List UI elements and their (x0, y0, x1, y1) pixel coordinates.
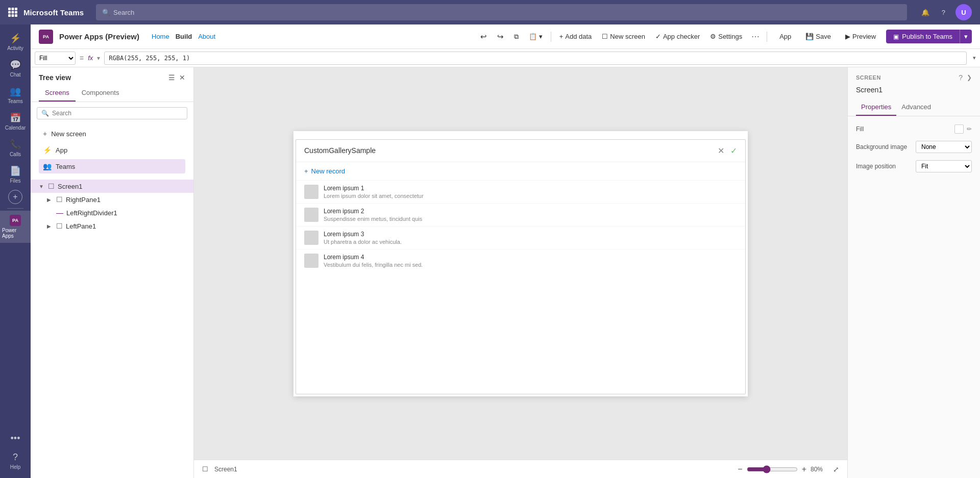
settings-button[interactable]: ⚙ Settings (706, 31, 746, 42)
background-image-select[interactable]: None (916, 141, 972, 153)
list-thumbnail-0 (304, 185, 318, 199)
fullscreen-icon[interactable]: ⤢ (833, 465, 839, 473)
add-apps-button[interactable]: + (8, 190, 22, 204)
list-item-2[interactable]: Lorem ipsum 3 Ut pharetra a dolor ac veh… (296, 226, 745, 249)
calendar-icon: 📅 (10, 112, 21, 123)
tab-screens[interactable]: Screens (39, 86, 76, 102)
app-button[interactable]: App (775, 31, 795, 42)
tree-item-leftpane1[interactable]: ▶ ☐ LeftPane1 (31, 219, 193, 233)
fx-chevron[interactable]: ▾ (97, 55, 100, 62)
sidebar-item-more[interactable]: ••• (0, 429, 31, 448)
sidebar-item-teams[interactable]: 👥 Teams (0, 82, 31, 108)
sidebar-item-help[interactable]: ? Help (0, 448, 31, 474)
tab-components[interactable]: Components (76, 86, 126, 102)
help-question-icon[interactable]: ? (959, 73, 963, 82)
sidebar-item-calendar[interactable]: 📅 Calendar (0, 108, 31, 135)
bottom-screen-name: Screen1 (214, 466, 237, 473)
avatar[interactable]: U (955, 4, 972, 20)
rightpane1-icon: ☐ (56, 195, 63, 204)
expand-arrow-rightpane1[interactable]: ▶ (47, 197, 53, 203)
publish-dropdown-button[interactable]: ▾ (960, 30, 972, 43)
new-screen-action[interactable]: + New screen (39, 127, 185, 141)
global-search[interactable]: 🔍 (96, 4, 907, 20)
tree-item-rightpane1[interactable]: ▶ ☐ RightPane1 (31, 193, 193, 206)
sidebar-item-files[interactable]: 📄 Files (0, 161, 31, 188)
undo-button[interactable]: ↩ (476, 30, 491, 43)
tab-advanced[interactable]: Advanced (896, 100, 936, 116)
tree-close-icon[interactable]: ✕ (179, 73, 185, 82)
list-item-desc-2: Ut pharetra a dolor ac vehicula. (324, 239, 402, 245)
canvas-frame[interactable]: CustomGallerySample ✕ ✓ + New record (293, 131, 748, 396)
list-item-0[interactable]: Lorem ipsum 1 Lorem ipsum dolor sit amet… (296, 180, 745, 203)
expand-arrow-leftpane1[interactable]: ▶ (47, 223, 53, 229)
right-panel-body: Fill ✏ Background image None (848, 116, 980, 478)
canvas-modal: CustomGallerySample ✕ ✓ + New record (296, 139, 746, 394)
sidebar-item-chat[interactable]: 💬 Chat (0, 55, 31, 82)
canvas-wrapper: CustomGallerySample ✕ ✓ + New record (194, 67, 847, 478)
tree-collapse-icon[interactable]: ☰ (168, 73, 175, 82)
expand-arrow-screen1[interactable]: ▼ (39, 184, 45, 189)
apps-grid-icon[interactable] (8, 8, 17, 17)
new-record-button[interactable]: + New record (296, 162, 745, 180)
svg-rect-4 (12, 11, 14, 14)
copy-button[interactable]: ⧉ (510, 31, 523, 43)
tab-properties[interactable]: Properties (856, 100, 896, 116)
add-data-button[interactable]: + Add data (555, 31, 596, 42)
left-navigation: ⚡ Activity 💬 Chat 👥 Teams 📅 Calendar 📞 C… (0, 24, 31, 478)
app-action[interactable]: ⚡ App (39, 143, 185, 157)
publish-button[interactable]: ▣ Publish to Teams (886, 30, 960, 43)
redo-button[interactable]: ↪ (493, 30, 508, 43)
formula-input[interactable] (104, 52, 967, 65)
toolbar-divider (551, 32, 551, 42)
calls-icon: 📞 (10, 139, 21, 150)
right-panel-chevron[interactable]: ❯ (967, 74, 972, 81)
image-position-select[interactable]: Fit (916, 160, 972, 172)
formula-expand-chevron[interactable]: ▾ (973, 55, 976, 61)
tree-search-input[interactable] (52, 110, 183, 117)
save-button[interactable]: 💾 Save (801, 31, 835, 42)
teams-action[interactable]: 👥 Teams (39, 159, 185, 173)
modal-close-icon[interactable]: ✕ (718, 146, 724, 156)
more-options-icon[interactable]: ⋯ (748, 30, 763, 43)
list-thumbnail-3 (304, 254, 318, 268)
svg-rect-2 (15, 8, 17, 10)
tree-item-leftrightdivider1[interactable]: ▶ — LeftRightDivider1 (31, 206, 193, 219)
nav-about[interactable]: About (196, 32, 217, 41)
notification-icon[interactable]: 🔔 (919, 7, 932, 18)
right-panel-section-label: SCREEN (856, 74, 881, 81)
save-icon: 💾 (805, 33, 814, 40)
preview-button[interactable]: ▶ Preview (841, 31, 880, 42)
zoom-in-button[interactable]: + (802, 465, 806, 474)
nav-build[interactable]: Build (174, 32, 194, 41)
tree-panel: Tree view ☰ ✕ Screens Components 🔍 + New… (31, 67, 194, 478)
svg-rect-5 (15, 11, 17, 14)
modal-confirm-icon[interactable]: ✓ (730, 146, 737, 156)
list-item-1[interactable]: Lorem ipsum 2 Suspendisse enim metus, ti… (296, 203, 745, 226)
tree-search-container[interactable]: 🔍 (37, 107, 187, 119)
help-icon[interactable]: ? (940, 7, 947, 18)
property-select[interactable]: Fill (35, 52, 76, 65)
svg-rect-0 (8, 8, 11, 10)
teams-tree-icon: 👥 (43, 162, 52, 170)
topbar: Microsoft Teams 🔍 🔔 ? U (0, 0, 980, 24)
zoom-out-button[interactable]: − (738, 465, 742, 474)
tree-item-screen1[interactable]: ▼ ☐ Screen1 ⋯ (31, 180, 193, 193)
sidebar-item-label: Chat (10, 72, 20, 78)
search-input[interactable] (113, 9, 901, 16)
power-apps-logo: PA (39, 30, 53, 44)
sidebar-item-activity[interactable]: ⚡ Activity (0, 29, 31, 55)
sidebar-item-calls[interactable]: 📞 Calls (0, 135, 31, 161)
background-image-label: Background image (856, 143, 907, 150)
nav-home[interactable]: Home (150, 32, 172, 41)
app-checker-button[interactable]: ✓ App checker (651, 31, 704, 42)
divider-icon: — (56, 209, 63, 217)
play-icon: ▶ (845, 33, 850, 40)
sidebar-item-power-apps[interactable]: PA Power Apps (0, 211, 31, 243)
list-item-3[interactable]: Lorem ipsum 4 Vestibulum dui felis, frin… (296, 249, 745, 272)
fill-edit-icon[interactable]: ✏ (967, 125, 972, 133)
fill-color-box[interactable] (954, 124, 964, 134)
paste-button[interactable]: 📋 ▾ (525, 31, 547, 42)
new-screen-button[interactable]: ☐ New screen (598, 31, 649, 42)
zoom-slider[interactable] (747, 465, 798, 473)
right-panel-header: SCREEN ? ❯ (848, 67, 980, 86)
